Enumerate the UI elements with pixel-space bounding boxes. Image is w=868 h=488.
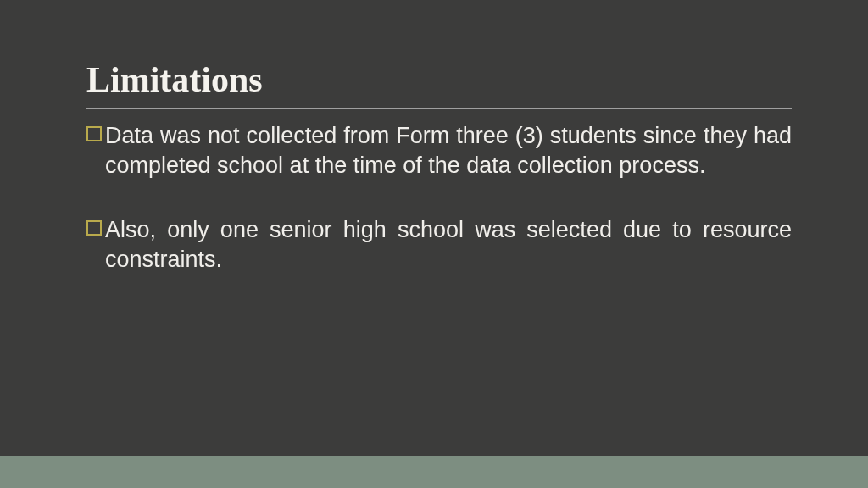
slide: Limitations Data was not collected from … — [0, 0, 868, 488]
square-bullet-icon — [86, 126, 102, 141]
bullet-text: Data was not collected from Form three (… — [105, 121, 792, 180]
bottom-accent-bar — [0, 456, 868, 488]
slide-title: Limitations — [86, 59, 792, 109]
square-bullet-icon — [86, 220, 102, 236]
bullet-text: Also, only one senior high school was se… — [105, 215, 792, 274]
bullet-list: Data was not collected from Form three (… — [86, 121, 792, 274]
list-item: Data was not collected from Form three (… — [86, 121, 792, 180]
list-item: Also, only one senior high school was se… — [86, 215, 792, 274]
